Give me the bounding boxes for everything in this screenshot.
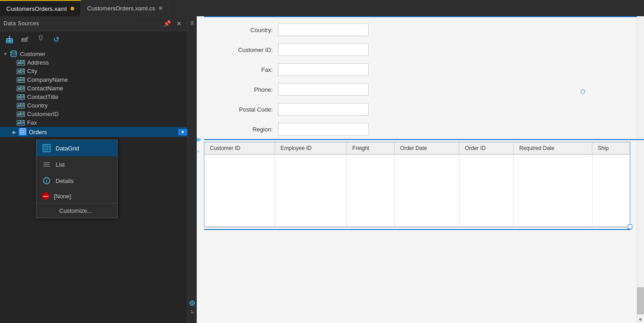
selection-divider-bottom <box>204 229 630 230</box>
panel-header: Data Sources ············ 📌 ✕ <box>0 16 187 31</box>
field-icon-companyname: abl <box>16 77 25 83</box>
tree-item-country[interactable]: abl Country <box>0 101 187 110</box>
main-layout: Data Sources ············ 📌 ✕ ↺ <box>0 16 644 323</box>
input-country[interactable] <box>278 23 369 36</box>
table-cell <box>204 154 275 227</box>
details-icon: i <box>42 176 51 185</box>
refresh-button[interactable]: ↺ <box>50 33 62 46</box>
configure-button[interactable] <box>34 33 47 46</box>
expand-orders-icon[interactable]: ▶ <box>11 130 18 135</box>
ruler-mark-1star: 1* <box>190 310 194 314</box>
tree-item-contacttitle[interactable]: abl ContactTitle <box>0 93 187 101</box>
form-area: Country: Customer ID: Fax: Phone: <box>197 16 644 139</box>
col-customer-id: Customer ID <box>204 142 275 154</box>
dropdown-item-none[interactable]: — [None] <box>37 189 117 203</box>
datagrid-area: * Customer ID Employee ID Freight Order … <box>204 142 630 227</box>
label-phone: Phone: <box>206 86 278 93</box>
field-icon-contactname: abl <box>16 86 25 91</box>
tree-label-country: Country <box>27 102 187 109</box>
field-icon-fax: abl <box>16 120 25 126</box>
label-fax: Fax: <box>206 66 278 73</box>
panel-separator: ············ <box>131 21 159 26</box>
selection-arrow-icon: ▶ <box>197 136 202 143</box>
input-fax[interactable] <box>278 63 369 76</box>
toolbar-row: ↺ <box>0 31 187 47</box>
tree-label-orders: Orders <box>29 129 176 136</box>
input-phone[interactable] <box>278 83 369 96</box>
expand-customer-icon[interactable]: ▼ <box>2 51 9 56</box>
tree-item-address[interactable]: abl Address <box>0 58 187 67</box>
tree-label-address: Address <box>27 59 187 66</box>
vertical-scrollbar[interactable]: ▼ <box>637 16 644 323</box>
tree-item-orders[interactable]: ▶ Orders ▼ <box>0 127 187 137</box>
resize-handle[interactable] <box>628 225 632 229</box>
table-cell <box>275 154 347 227</box>
tab-customers-orders-cs[interactable]: CustomersOrders.xaml.cs <box>81 0 169 16</box>
add-datasource-button[interactable] <box>4 33 16 46</box>
table-row <box>204 154 630 227</box>
tree-area: ▼ Customer abl Address abl City <box>0 47 187 323</box>
dropdown-item-list[interactable]: List <box>37 156 117 173</box>
col-freight: Freight <box>347 142 395 154</box>
designer-panel: 36 1* Country: <box>188 16 644 323</box>
dropdown-label-datagrid: DataGrid <box>56 145 79 152</box>
dropdown-label-list: List <box>56 161 65 168</box>
tree-label-city: City <box>27 68 187 75</box>
col-ship: Ship <box>592 142 630 154</box>
tab-label-cs: CustomersOrders.xaml.cs <box>87 5 155 12</box>
col-required-date: Required Date <box>514 142 592 154</box>
tree-item-contactname[interactable]: abl ContactName <box>0 84 187 93</box>
table-cell <box>514 154 592 227</box>
panel-title: Data Sources <box>4 20 128 27</box>
panel-close-button[interactable]: ✕ <box>175 19 184 28</box>
orders-table-icon <box>18 128 27 136</box>
ruler-connector-top <box>189 300 195 308</box>
svg-rect-14 <box>43 145 50 152</box>
input-postal-code[interactable] <box>278 103 369 116</box>
dropdown-label-customize: Customize... <box>59 207 92 214</box>
dropdown-item-customize[interactable]: Customize... <box>37 203 117 218</box>
label-region: Region: <box>206 126 278 133</box>
tree-label-customerid: CustomerID <box>27 111 187 117</box>
tree-item-fax[interactable]: abl Fax <box>0 118 187 127</box>
form-row-country: Country: <box>197 20 644 40</box>
form-row-postal-code: Postal Code: <box>197 99 644 119</box>
tab-unmodified-dot <box>159 6 162 10</box>
selection-divider: ▶ <box>204 139 644 140</box>
col-order-date: Order Date <box>394 142 459 154</box>
tree-item-city[interactable]: abl City <box>0 67 187 75</box>
tree-item-companyname[interactable]: abl CompanyName <box>0 75 187 84</box>
customer-db-icon <box>9 50 18 57</box>
edit-datasource-button[interactable] <box>19 33 32 46</box>
input-customer-id[interactable] <box>278 43 369 56</box>
tree-label-contactname: ContactName <box>27 85 187 92</box>
designer-table: Customer ID Employee ID Freight Order Da… <box>204 142 630 227</box>
tab-bar: CustomersOrders.xaml CustomersOrders.xam… <box>0 0 644 16</box>
table-cell <box>394 154 459 227</box>
scrollbar-thumb[interactable] <box>637 287 644 314</box>
tree-item-customer[interactable]: ▼ Customer <box>0 49 187 58</box>
connector-circle <box>581 89 585 94</box>
tab-modified-dot <box>71 7 74 10</box>
selection-line-top <box>204 16 637 17</box>
field-icon-city: abl <box>16 69 25 74</box>
col-order-id: Order ID <box>459 142 513 154</box>
dropdown-label-details: Details <box>56 178 74 184</box>
input-region[interactable] <box>278 123 369 136</box>
panel-pin-button[interactable]: 📌 <box>161 19 173 28</box>
orders-container: ▶ Orders ▼ <box>0 127 187 137</box>
dropdown-item-details[interactable]: i Details <box>37 173 117 189</box>
dropdown-label-none: [None] <box>54 193 71 200</box>
dropdown-item-datagrid[interactable]: DataGrid <box>37 140 117 156</box>
scroll-down-arrow[interactable]: ▼ <box>637 316 644 323</box>
label-postal-code: Postal Code: <box>206 106 278 113</box>
tree-label-contacttitle: ContactTitle <box>27 94 187 100</box>
form-row-region: Region: <box>197 119 644 139</box>
table-cell <box>347 154 395 227</box>
field-icon-country: abl <box>16 103 25 108</box>
tree-item-customerid[interactable]: abl CustomerID <box>0 110 187 118</box>
form-row-fax: Fax: <box>197 60 644 80</box>
orders-dropdown-button[interactable]: ▼ <box>178 129 187 136</box>
vertical-ruler: 36 1* <box>188 16 197 323</box>
tab-customers-orders-xaml[interactable]: CustomersOrders.xaml <box>0 0 81 16</box>
